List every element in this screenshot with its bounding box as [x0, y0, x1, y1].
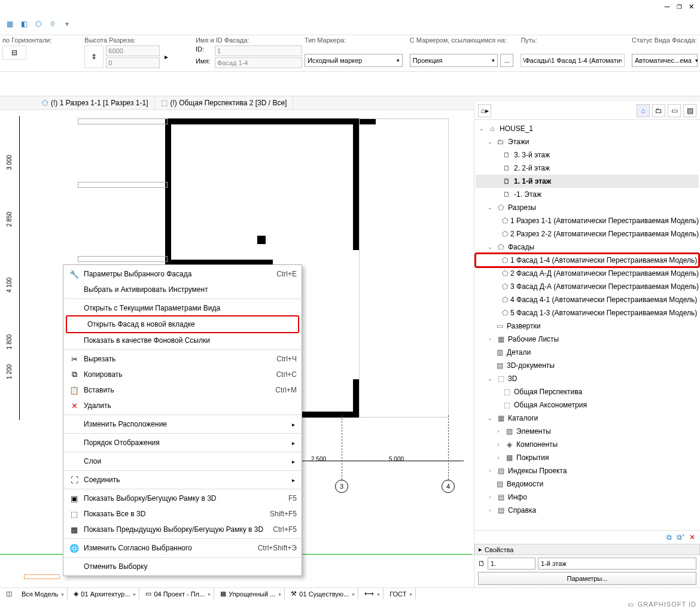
dimension-label: 1 800 — [6, 334, 13, 349]
delete-view-icon[interactable]: ✕ — [689, 533, 695, 541]
navigator-tab-publisher[interactable]: ▤ — [683, 104, 696, 117]
tree-item-story[interactable]: 🗋-1. Этаж — [476, 188, 699, 201]
menu-item-open-current[interactable]: Открыть с Текущими Параметрами Вида — [63, 300, 302, 316]
tree-item-elevation-highlighted[interactable]: ⬠1 Фасад 1-4 (Автоматически Перестраивае… — [476, 254, 699, 267]
menu-item-layers[interactable]: Слои ▸ — [63, 453, 302, 469]
tree-item-schedules[interactable]: ▤Ведомости — [476, 477, 699, 491]
tree-item-section[interactable]: ⬠1 Разрез 1-1 (Автоматически Перестраива… — [476, 214, 699, 227]
tool-icon-2[interactable]: ⬡ — [32, 18, 44, 30]
navigator-mode-button[interactable]: ⌂▸ — [478, 104, 491, 117]
horizontal-icon[interactable]: ⊟ — [2, 45, 26, 60]
close-icon[interactable]: ✕ — [686, 0, 698, 12]
tool-icon-3[interactable]: ◊ — [47, 18, 59, 30]
menu-item-copy[interactable]: ⧉ Копировать Ctrl+С — [63, 367, 302, 382]
status-dim[interactable]: ⟷ — [362, 588, 384, 599]
tree-item-interior[interactable]: ▭Развертки — [476, 319, 699, 333]
view-status-combo[interactable]: Автоматичес...ема — [632, 54, 698, 67]
menu-item-display-order[interactable]: Порядок Отображения ▸ — [63, 435, 302, 450]
tree-item-info[interactable]: ›▤Инфо — [476, 491, 699, 504]
tree-item-help[interactable]: ›▤Справка — [476, 504, 699, 517]
menu-item-show-all-3d[interactable]: ⬚ Показать Все в 3D Shift+F5 — [63, 506, 302, 522]
status-icon[interactable]: ◫ — [2, 590, 16, 598]
name-input[interactable] — [215, 57, 302, 68]
tree-item-perspective[interactable]: ⬚Общая Перспектива — [476, 385, 699, 398]
restore-icon[interactable]: ❐ — [673, 0, 685, 12]
tree-item-stories[interactable]: ⌄🗀Этажи — [476, 135, 699, 148]
marker-ref-label: С Маркером, ссылающимся на: — [410, 36, 514, 44]
minimize-icon[interactable]: – — [661, 0, 673, 12]
tree-item-3d-docs[interactable]: ▤3D-документы — [476, 359, 699, 372]
menu-item-parameters[interactable]: 🔧 Параметры Выбранного Фасада Ctrl+E — [63, 266, 302, 282]
chevron-right-icon[interactable]: ▸ — [162, 53, 171, 61]
footer: ▭ GRAPHISOFT ID — [628, 599, 696, 609]
dropdown-arrow-icon[interactable]: ▾ — [61, 18, 73, 30]
tool-icon-1[interactable]: ◧ — [18, 18, 30, 30]
navigator-tab-views[interactable]: 🗀 — [652, 104, 665, 117]
marker-ref-more-button[interactable]: ... — [500, 54, 513, 67]
tree-item-surfaces[interactable]: ›▩Покрытия — [476, 451, 699, 464]
section-height-icon[interactable]: ⇕ — [84, 45, 104, 68]
tree-item-axonometry[interactable]: ⬚Общая Аксонометрия — [476, 398, 699, 412]
new-layout-icon[interactable]: ⧉⁺ — [677, 533, 684, 541]
tree-item-elevation[interactable]: ⬠3 Фасад Д-А (Автоматически Перестраивае… — [476, 280, 699, 293]
status-reno[interactable]: ⚒01 Существую... — [288, 588, 358, 599]
id-input[interactable] — [215, 45, 302, 56]
marker-ref-combo[interactable]: Проекция — [410, 54, 498, 67]
new-view-icon[interactable]: ⧉ — [666, 533, 672, 541]
tree-item-details[interactable]: ▥Детали — [476, 346, 699, 359]
tab-3d[interactable]: ⬚ (!) Общая Перспектива 2 [3D / Все] — [155, 96, 294, 109]
menu-item-edit-selected[interactable]: 🌐 Изменить Согласно Выбранного Ctrl+Shif… — [63, 540, 302, 556]
dimension-label: 4 100 — [6, 278, 13, 293]
menu-item-cut[interactable]: ✂ Вырезать Ctrl+Ч — [63, 351, 302, 367]
status-display[interactable]: ▦Упрощенный ... — [218, 588, 285, 599]
path-input[interactable] — [521, 54, 625, 67]
marker-type-label: Тип Маркера: — [305, 36, 403, 44]
menu-item-paste[interactable]: 📋 Вставить Ctrl+М — [63, 382, 302, 398]
tab-section[interactable]: ⬠ (!) 1 Разрез 1-1 [1 Разрез 1-1] — [36, 96, 155, 109]
props-name-input[interactable] — [538, 558, 696, 570]
menu-item-show-bg[interactable]: Показать в качестве Фоновой Ссылки — [63, 333, 302, 348]
graphisoft-icon[interactable]: ▭ — [628, 601, 634, 608]
graphisoft-id-label[interactable]: GRAPHISOFT ID — [638, 601, 696, 608]
tree-item-section[interactable]: ⬠2 Разрез 2-2 (Автоматически Перестраива… — [476, 227, 699, 240]
tree-item-elevation[interactable]: ⬠5 Фасад 1-3 (Автоматически Перестраивае… — [476, 306, 699, 319]
status-layer[interactable]: ◈01 Архитектур... — [71, 588, 139, 599]
menu-item-show-3d[interactable]: ▣ Показать Выборку/Бегущую Рамку в 3D F5 — [63, 491, 302, 506]
properties-header[interactable]: ▸Свойства — [474, 544, 700, 555]
navigator-tree[interactable]: ⌄⌂HOUSE_1 ⌄🗀Этажи 🗋3. 3-й этаж 🗋2. 2-й э… — [474, 120, 700, 530]
navigator-tab-layouts[interactable]: ▭ — [668, 104, 681, 117]
tree-item-story[interactable]: 🗋2. 2-й этаж — [476, 162, 699, 175]
navigator-tab-project[interactable]: ⌂ — [637, 104, 650, 117]
parameters-button[interactable]: Параметры... — [478, 572, 696, 585]
status-standard[interactable]: ГОСТ — [387, 588, 416, 599]
height-top-input[interactable] — [106, 45, 160, 56]
tree-item-story[interactable]: 🗋3. 3-й этаж — [476, 148, 699, 162]
marker-type-combo[interactable]: Исходный маркер — [305, 54, 403, 67]
property-bar: по Горизонтали: ⊟ Высота Разреза: ⇕ ▸ Им… — [0, 35, 700, 72]
tree-item-story-active[interactable]: 🗋1. 1-й этаж — [476, 175, 699, 188]
tree-item-catalogs[interactable]: ⌄▦Каталоги — [476, 412, 699, 425]
tree-item-elevation[interactable]: ⬠2 Фасад А-Д (Автоматически Перестраивае… — [476, 267, 699, 280]
menu-item-open-new-tab[interactable]: Открыть Фасад в новой вкладке — [67, 316, 298, 332]
status-model[interactable]: Вся Модель — [19, 588, 68, 599]
props-id-input[interactable] — [488, 558, 535, 570]
status-scale[interactable]: ▭04 Проект - Пл... — [143, 588, 214, 599]
tree-item-elevations[interactable]: ⌄⬠Фасады — [476, 240, 699, 254]
menu-item-show-prev-3d[interactable]: ▦ Показать Предыдущую Выборку/Бегущую Ра… — [63, 522, 302, 537]
tree-item-sections[interactable]: ⌄⬠Разрезы — [476, 201, 699, 214]
tree-item-worksheets[interactable]: ›▦Рабочие Листы — [476, 333, 699, 346]
wrench-icon: 🔧 — [68, 268, 80, 280]
menu-item-connect[interactable]: ⛶ Соединить ▸ — [63, 472, 302, 488]
renovation-icon[interactable]: ▦ — [4, 18, 16, 30]
tree-item-components[interactable]: ›◈Компоненты — [476, 438, 699, 451]
tree-item-elevation[interactable]: ⬠4 Фасад 4-1 (Автоматически Перестраивае… — [476, 293, 699, 306]
menu-item-deselect[interactable]: Отменить Выборку — [63, 559, 302, 574]
menu-item-move[interactable]: Изменить Расположение ▸ — [63, 416, 302, 432]
menu-item-select-tool[interactable]: Выбрать и Активировать Инструмент — [63, 282, 302, 297]
tree-item-indexes[interactable]: ›▤Индексы Проекта — [476, 464, 699, 477]
menu-item-delete[interactable]: ✕ Удалить — [63, 398, 302, 413]
tree-item-elements[interactable]: ›▨Элементы — [476, 425, 699, 438]
tree-item-project[interactable]: ⌄⌂HOUSE_1 — [476, 122, 699, 135]
height-bottom-input[interactable] — [106, 57, 160, 68]
tree-item-3d[interactable]: ⌄⬚3D — [476, 372, 699, 385]
